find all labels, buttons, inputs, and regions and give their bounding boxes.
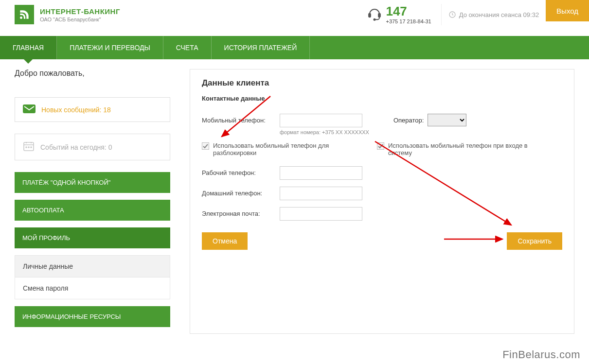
sidebar-info-resources[interactable]: ИНФОРМАЦИОННЫЕ РЕСУРСЫ — [15, 306, 170, 327]
brand-subtitle: ОАО "АСБ Беларусбанк" — [40, 17, 120, 22]
email-input[interactable] — [280, 207, 362, 221]
brand-title: ИНТЕРНЕТ-БАНКИНГ — [40, 7, 120, 16]
sidebar-personal-data[interactable]: Личные данные — [15, 255, 170, 277]
work-phone-label: Рабочий телефон: — [202, 166, 275, 176]
checkbox-unlock[interactable]: Использовать мобильный телефон для разбл… — [202, 142, 357, 156]
svg-point-7 — [26, 147, 27, 148]
header: ИНТЕРНЕТ-БАНКИНГ ОАО "АСБ Беларусбанк" 1… — [0, 0, 589, 29]
events-pill[interactable]: Событий на сегодня: 0 — [15, 134, 170, 160]
home-phone-input[interactable] — [280, 187, 362, 200]
messages-pill[interactable]: Новых сообщений: 18 — [15, 97, 170, 122]
support-phone: +375 17 218-84-31 — [386, 18, 431, 24]
svg-rect-1 — [369, 13, 371, 17]
mobile-hint: формат номера: +375 XX XXXXXXX — [280, 129, 369, 135]
headset-icon — [367, 7, 382, 23]
clock-icon — [448, 11, 456, 18]
svg-rect-2 — [379, 13, 381, 17]
nav-accounts[interactable]: СЧЕТА — [163, 36, 212, 59]
checkbox-login[interactable]: Использовать мобильный телефон при входе… — [377, 142, 533, 156]
svg-point-9 — [31, 147, 32, 148]
sidebar: Добро пожаловать, Новых сообщений: 18 Со… — [15, 69, 170, 334]
nav-history[interactable]: ИСТОРИЯ ПЛАТЕЖЕЙ — [212, 36, 310, 59]
sidebar-change-password[interactable]: Смена пароля — [15, 277, 170, 299]
nav-payments[interactable]: ПЛАТЕЖИ И ПЕРЕВОДЫ — [57, 36, 163, 59]
svg-rect-10 — [202, 143, 209, 150]
envelope-icon — [23, 104, 36, 115]
sidebar-one-click-payment[interactable]: ПЛАТЁЖ "ОДНОЙ КНОПКОЙ" — [15, 172, 170, 193]
messages-label: Новых сообщений: 18 — [41, 106, 111, 114]
svg-point-3 — [374, 18, 375, 20]
calendar-icon — [23, 141, 35, 153]
email-label: Электронная почта: — [202, 207, 275, 217]
svg-rect-11 — [377, 143, 384, 150]
mobile-input[interactable] — [280, 114, 362, 127]
mobile-label: Мобильный телефон: — [202, 114, 275, 124]
svg-point-0 — [20, 17, 22, 19]
check-icon — [202, 142, 209, 150]
svg-rect-5 — [23, 104, 36, 113]
session-timer: До окончания сеанса 09:32 — [441, 4, 546, 25]
operator-label: Оператор: — [393, 117, 424, 124]
operator-select[interactable] — [428, 114, 466, 126]
exit-button[interactable]: Выход — [546, 0, 589, 21]
cancel-button[interactable]: Отмена — [202, 232, 248, 250]
sidebar-autopay[interactable]: АВТООПЛАТА — [15, 200, 170, 221]
events-label: Событий на сегодня: 0 — [40, 143, 112, 151]
section-title: Контактные данные — [202, 95, 562, 102]
work-phone-input[interactable] — [280, 166, 362, 180]
panel-title: Данные клиента — [202, 78, 562, 88]
logo-icon — [15, 5, 34, 24]
save-button[interactable]: Сохранить — [507, 232, 562, 250]
brand-block: ИНТЕРНЕТ-БАНКИНГ ОАО "АСБ Беларусбанк" — [40, 7, 120, 22]
main-panel: Данные клиента Контактные данные Мобильн… — [190, 69, 574, 334]
nav-home[interactable]: ГЛАВНАЯ — [0, 36, 57, 59]
home-phone-label: Домашний телефон: — [202, 187, 275, 197]
support-short-number: 147 — [386, 5, 431, 17]
sidebar-my-profile[interactable]: МОЙ ПРОФИЛЬ — [15, 227, 170, 248]
main-nav: ГЛАВНАЯ ПЛАТЕЖИ И ПЕРЕВОДЫ СЧЕТА ИСТОРИЯ… — [0, 36, 589, 59]
support-block: 147 +375 17 218-84-31 — [367, 5, 431, 24]
check-icon — [377, 142, 384, 150]
welcome-text: Добро пожаловать, — [15, 69, 170, 78]
svg-point-8 — [28, 147, 29, 148]
